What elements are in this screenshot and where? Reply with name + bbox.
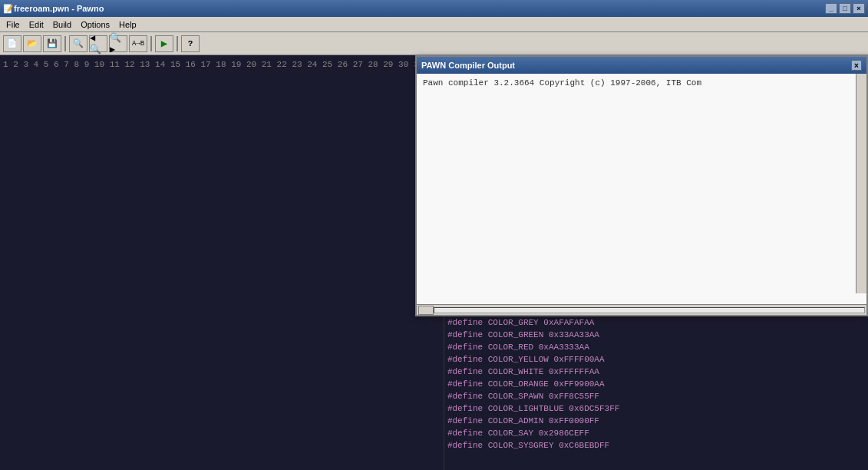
line-number: 29 [383,60,398,69]
line-number: 25 [322,60,338,69]
save-button[interactable]: 💾 [43,35,61,52]
run-button[interactable]: ▶ [155,35,173,52]
line-number: 28 [368,60,383,69]
compiler-title-bar: PAWN Compiler Output × [417,57,866,74]
code-line: #define COLOR_YELLOW 0xFFFF00AA [447,353,865,366]
toolbar-sep-3 [177,36,178,51]
menu-options[interactable]: Options [76,19,114,30]
code-line: #define COLOR_SPAWN 0xFF8C55FF [447,390,865,402]
code-line: #define COLOR_SYSGREY 0xC6BEBDFF [447,439,865,452]
line-number: 30 [398,60,414,69]
line-number: 9 [84,60,94,69]
open-button[interactable]: 📂 [23,35,41,52]
line-number: 22 [277,60,292,69]
line-number: 7 [64,60,74,69]
compiler-scrollbar-vertical[interactable] [856,74,866,293]
code-line: #define COLOR_GREY 0xAFAFAFAA [447,316,865,329]
code-line: #define COLOR_LIGHTBLUE 0x6DC5F3FF [447,402,865,415]
scrollbar-track[interactable] [434,307,865,313]
compiler-title-text: PAWN Compiler Output [421,61,515,70]
line-number: 20 [246,60,262,69]
line-number: 10 [94,60,110,69]
code-line: #define COLOR_RED 0xAA3333AA [447,341,865,353]
line-number: 26 [338,60,353,69]
line-number: 19 [231,60,246,69]
replace-button[interactable]: A→B [129,35,147,52]
close-button[interactable]: × [853,3,865,14]
compiler-body: Pawn compiler 3.2.3664 Copyright (c) 199… [417,74,866,304]
find-button[interactable]: 🔍 [69,35,87,52]
line-number: 4 [34,60,44,69]
line-number: 11 [110,60,125,69]
minimize-button[interactable]: _ [825,3,837,14]
compiler-output-text: Pawn compiler 3.2.3664 Copyright (c) 199… [417,74,866,92]
menu-bar: File Edit Build Options Help [0,17,868,32]
line-number: 27 [353,60,368,69]
code-line: #define COLOR_SAY 0x2986CEFF [447,427,865,439]
line-number: 6 [54,60,64,69]
line-number: 3 [23,60,33,69]
menu-file[interactable]: File [2,19,25,30]
title-bar-buttons: _ □ × [825,3,865,14]
line-number: 17 [201,60,216,69]
main-area: 1 2 3 4 5 6 7 8 9 10 11 12 13 14 15 16 1… [0,55,868,470]
new-button[interactable]: 📄 [3,35,21,52]
line-number: 24 [307,60,322,69]
line-number: 16 [186,60,201,69]
code-line: #define COLOR_GREEN 0x33AA33AA [447,329,865,341]
line-number: 23 [292,60,307,69]
toolbar: 📄 📂 💾 🔍 ◀🔍 🔍▶ A→B ▶ ? [0,32,868,55]
scrollbar-thumb[interactable] [418,306,434,315]
help-button[interactable]: ? [181,35,200,52]
line-number: 8 [74,60,84,69]
code-line: #define COLOR_WHITE 0xFFFFFFAA [447,366,865,378]
compiler-output-panel: PAWN Compiler Output × Pawn compiler 3.2… [415,55,868,316]
maximize-button[interactable]: □ [839,3,851,14]
compiler-scrollbar-horizontal[interactable] [417,304,866,315]
menu-edit[interactable]: Edit [25,19,48,30]
line-number: 15 [170,60,186,69]
line-number: 21 [262,60,277,69]
title-bar: 📝 freeroam.pwn - Pawno _ □ × [0,0,868,17]
line-number: 12 [124,60,140,69]
toolbar-sep-2 [150,36,152,51]
line-numbers: 1 2 3 4 5 6 7 8 9 10 11 12 13 14 15 16 1… [0,55,444,470]
line-number: 5 [44,60,54,69]
code-line: #define COLOR_ORANGE 0xFF9900AA [447,378,865,390]
menu-build[interactable]: Build [48,19,76,30]
toolbar-sep-1 [64,36,66,51]
line-number: 2 [13,60,23,69]
code-line: #define COLOR_ADMIN 0xFF0000FF [447,415,865,427]
line-number: 14 [155,60,170,69]
find-next-button[interactable]: 🔍▶ [109,35,127,52]
line-number: 1 [3,60,13,69]
line-number: 13 [140,60,155,69]
line-number: 18 [216,60,231,69]
compiler-close-button[interactable]: × [851,60,862,71]
find-prev-button[interactable]: ◀🔍 [89,35,107,52]
title-bar-icon: 📝 [3,4,14,14]
title-bar-text: freeroam.pwn - Pawno [14,4,104,13]
menu-help[interactable]: Help [114,19,141,30]
